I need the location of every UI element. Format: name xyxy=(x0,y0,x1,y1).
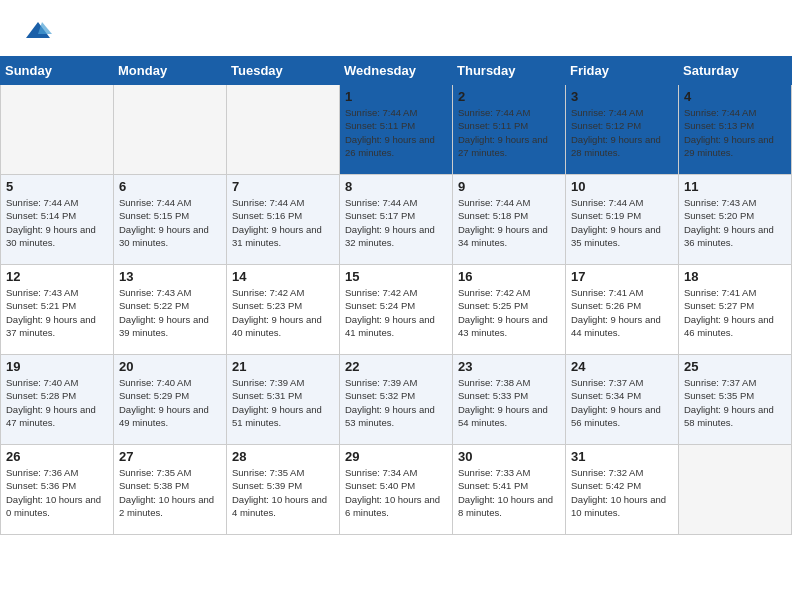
calendar-cell: 1Sunrise: 7:44 AM Sunset: 5:11 PM Daylig… xyxy=(340,85,453,175)
calendar-cell: 2Sunrise: 7:44 AM Sunset: 5:11 PM Daylig… xyxy=(453,85,566,175)
calendar-header-wednesday: Wednesday xyxy=(340,57,453,85)
calendar-header-saturday: Saturday xyxy=(679,57,792,85)
day-number: 15 xyxy=(345,269,447,284)
day-number: 13 xyxy=(119,269,221,284)
calendar-header-monday: Monday xyxy=(114,57,227,85)
day-info: Sunrise: 7:44 AM Sunset: 5:19 PM Dayligh… xyxy=(571,196,673,249)
logo xyxy=(24,18,56,46)
calendar-cell: 27Sunrise: 7:35 AM Sunset: 5:38 PM Dayli… xyxy=(114,445,227,535)
day-number: 4 xyxy=(684,89,786,104)
day-number: 10 xyxy=(571,179,673,194)
day-number: 20 xyxy=(119,359,221,374)
svg-marker-1 xyxy=(38,22,52,34)
calendar-header-thursday: Thursday xyxy=(453,57,566,85)
calendar-cell xyxy=(679,445,792,535)
day-number: 2 xyxy=(458,89,560,104)
day-info: Sunrise: 7:38 AM Sunset: 5:33 PM Dayligh… xyxy=(458,376,560,429)
day-info: Sunrise: 7:33 AM Sunset: 5:41 PM Dayligh… xyxy=(458,466,560,519)
calendar-cell: 8Sunrise: 7:44 AM Sunset: 5:17 PM Daylig… xyxy=(340,175,453,265)
day-number: 21 xyxy=(232,359,334,374)
day-number: 24 xyxy=(571,359,673,374)
day-info: Sunrise: 7:43 AM Sunset: 5:21 PM Dayligh… xyxy=(6,286,108,339)
day-number: 11 xyxy=(684,179,786,194)
day-number: 30 xyxy=(458,449,560,464)
calendar-week-5: 26Sunrise: 7:36 AM Sunset: 5:36 PM Dayli… xyxy=(1,445,792,535)
day-number: 28 xyxy=(232,449,334,464)
calendar-cell: 19Sunrise: 7:40 AM Sunset: 5:28 PM Dayli… xyxy=(1,355,114,445)
calendar-cell: 5Sunrise: 7:44 AM Sunset: 5:14 PM Daylig… xyxy=(1,175,114,265)
day-info: Sunrise: 7:42 AM Sunset: 5:25 PM Dayligh… xyxy=(458,286,560,339)
calendar-cell: 31Sunrise: 7:32 AM Sunset: 5:42 PM Dayli… xyxy=(566,445,679,535)
day-info: Sunrise: 7:41 AM Sunset: 5:27 PM Dayligh… xyxy=(684,286,786,339)
day-number: 14 xyxy=(232,269,334,284)
calendar-cell: 21Sunrise: 7:39 AM Sunset: 5:31 PM Dayli… xyxy=(227,355,340,445)
day-number: 6 xyxy=(119,179,221,194)
calendar-cell: 30Sunrise: 7:33 AM Sunset: 5:41 PM Dayli… xyxy=(453,445,566,535)
day-info: Sunrise: 7:44 AM Sunset: 5:11 PM Dayligh… xyxy=(345,106,447,159)
day-info: Sunrise: 7:34 AM Sunset: 5:40 PM Dayligh… xyxy=(345,466,447,519)
day-info: Sunrise: 7:43 AM Sunset: 5:20 PM Dayligh… xyxy=(684,196,786,249)
calendar-cell: 11Sunrise: 7:43 AM Sunset: 5:20 PM Dayli… xyxy=(679,175,792,265)
day-info: Sunrise: 7:44 AM Sunset: 5:16 PM Dayligh… xyxy=(232,196,334,249)
day-info: Sunrise: 7:35 AM Sunset: 5:39 PM Dayligh… xyxy=(232,466,334,519)
day-info: Sunrise: 7:44 AM Sunset: 5:18 PM Dayligh… xyxy=(458,196,560,249)
day-number: 8 xyxy=(345,179,447,194)
calendar-cell: 12Sunrise: 7:43 AM Sunset: 5:21 PM Dayli… xyxy=(1,265,114,355)
calendar-header-sunday: Sunday xyxy=(1,57,114,85)
day-number: 17 xyxy=(571,269,673,284)
day-number: 16 xyxy=(458,269,560,284)
page-header xyxy=(0,0,792,56)
calendar-header-tuesday: Tuesday xyxy=(227,57,340,85)
day-info: Sunrise: 7:32 AM Sunset: 5:42 PM Dayligh… xyxy=(571,466,673,519)
day-info: Sunrise: 7:39 AM Sunset: 5:31 PM Dayligh… xyxy=(232,376,334,429)
calendar-cell xyxy=(1,85,114,175)
day-info: Sunrise: 7:42 AM Sunset: 5:24 PM Dayligh… xyxy=(345,286,447,339)
day-info: Sunrise: 7:44 AM Sunset: 5:12 PM Dayligh… xyxy=(571,106,673,159)
day-info: Sunrise: 7:44 AM Sunset: 5:11 PM Dayligh… xyxy=(458,106,560,159)
calendar-cell: 7Sunrise: 7:44 AM Sunset: 5:16 PM Daylig… xyxy=(227,175,340,265)
day-info: Sunrise: 7:42 AM Sunset: 5:23 PM Dayligh… xyxy=(232,286,334,339)
day-info: Sunrise: 7:39 AM Sunset: 5:32 PM Dayligh… xyxy=(345,376,447,429)
calendar-week-1: 1Sunrise: 7:44 AM Sunset: 5:11 PM Daylig… xyxy=(1,85,792,175)
day-number: 26 xyxy=(6,449,108,464)
calendar-cell: 23Sunrise: 7:38 AM Sunset: 5:33 PM Dayli… xyxy=(453,355,566,445)
day-info: Sunrise: 7:44 AM Sunset: 5:17 PM Dayligh… xyxy=(345,196,447,249)
calendar-cell: 10Sunrise: 7:44 AM Sunset: 5:19 PM Dayli… xyxy=(566,175,679,265)
day-number: 25 xyxy=(684,359,786,374)
calendar-week-3: 12Sunrise: 7:43 AM Sunset: 5:21 PM Dayli… xyxy=(1,265,792,355)
day-number: 3 xyxy=(571,89,673,104)
calendar-cell: 4Sunrise: 7:44 AM Sunset: 5:13 PM Daylig… xyxy=(679,85,792,175)
calendar-week-2: 5Sunrise: 7:44 AM Sunset: 5:14 PM Daylig… xyxy=(1,175,792,265)
day-number: 29 xyxy=(345,449,447,464)
calendar-header-friday: Friday xyxy=(566,57,679,85)
day-number: 12 xyxy=(6,269,108,284)
calendar-cell xyxy=(114,85,227,175)
calendar-week-4: 19Sunrise: 7:40 AM Sunset: 5:28 PM Dayli… xyxy=(1,355,792,445)
logo-icon xyxy=(24,18,52,46)
calendar-cell: 15Sunrise: 7:42 AM Sunset: 5:24 PM Dayli… xyxy=(340,265,453,355)
calendar-cell: 16Sunrise: 7:42 AM Sunset: 5:25 PM Dayli… xyxy=(453,265,566,355)
calendar-cell: 25Sunrise: 7:37 AM Sunset: 5:35 PM Dayli… xyxy=(679,355,792,445)
day-info: Sunrise: 7:36 AM Sunset: 5:36 PM Dayligh… xyxy=(6,466,108,519)
day-info: Sunrise: 7:35 AM Sunset: 5:38 PM Dayligh… xyxy=(119,466,221,519)
calendar-header-row: SundayMondayTuesdayWednesdayThursdayFrid… xyxy=(1,57,792,85)
day-number: 31 xyxy=(571,449,673,464)
calendar-cell xyxy=(227,85,340,175)
day-number: 23 xyxy=(458,359,560,374)
day-number: 1 xyxy=(345,89,447,104)
day-number: 9 xyxy=(458,179,560,194)
day-number: 27 xyxy=(119,449,221,464)
calendar-cell: 14Sunrise: 7:42 AM Sunset: 5:23 PM Dayli… xyxy=(227,265,340,355)
day-info: Sunrise: 7:44 AM Sunset: 5:14 PM Dayligh… xyxy=(6,196,108,249)
day-info: Sunrise: 7:41 AM Sunset: 5:26 PM Dayligh… xyxy=(571,286,673,339)
calendar-table: SundayMondayTuesdayWednesdayThursdayFrid… xyxy=(0,56,792,535)
calendar-cell: 3Sunrise: 7:44 AM Sunset: 5:12 PM Daylig… xyxy=(566,85,679,175)
calendar-cell: 22Sunrise: 7:39 AM Sunset: 5:32 PM Dayli… xyxy=(340,355,453,445)
day-info: Sunrise: 7:40 AM Sunset: 5:29 PM Dayligh… xyxy=(119,376,221,429)
day-info: Sunrise: 7:44 AM Sunset: 5:15 PM Dayligh… xyxy=(119,196,221,249)
day-number: 5 xyxy=(6,179,108,194)
day-info: Sunrise: 7:44 AM Sunset: 5:13 PM Dayligh… xyxy=(684,106,786,159)
calendar-cell: 17Sunrise: 7:41 AM Sunset: 5:26 PM Dayli… xyxy=(566,265,679,355)
day-number: 7 xyxy=(232,179,334,194)
day-number: 19 xyxy=(6,359,108,374)
